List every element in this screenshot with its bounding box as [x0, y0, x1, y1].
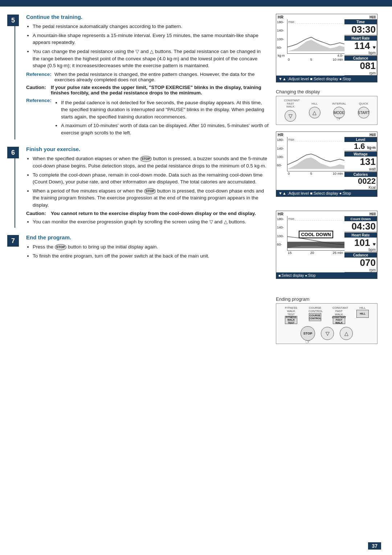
right-spacer-2 [276, 285, 381, 296]
monitor-inner-3: HR 180- 140- 100- 60- max [276, 211, 377, 272]
y-axis-hr-1: 180- 140- 100- 60- [276, 19, 287, 54]
graph-svg-2: max [287, 137, 344, 171]
right-spacer [276, 203, 381, 211]
finger-icon-mode: ☞ [336, 115, 342, 122]
ending-program-label: Ending program [276, 296, 381, 302]
caution-1: Caution: If your pulse rate exceeds the … [26, 85, 269, 96]
content-wrapper: 5 Continue the training. The pedal resis… [0, 7, 392, 369]
up-tri-ending[interactable]: △ [340, 327, 353, 340]
cadance-unit-3: rpm [344, 268, 377, 272]
stats-col-3: Hill Count Down 04:30 Heart Rate 101 ♥ b… [344, 211, 377, 272]
fitness-btn-icon[interactable]: FITNESSWALK TEST [285, 316, 297, 324]
section-5-content: Continue the training. The pedal resista… [26, 14, 269, 139]
wattage-box: Wattage 131 watt [344, 151, 377, 171]
monitor-top-bar-2: HR [276, 132, 344, 137]
section-6-content: Finish your exercise. When the specified… [26, 146, 269, 228]
section-6-bullet-2: To complete the cool-down phase, remain … [33, 171, 269, 186]
wattage-value: 131 [344, 157, 377, 167]
ref-sub-bullet-2: A maximum of 10-minutes' worth of data c… [61, 122, 269, 136]
cadance-value-3: 070 [344, 258, 377, 268]
mode-label-2: Hill [344, 132, 377, 137]
changing-display-label: Changing the display [276, 89, 381, 94]
svg-marker-1 [287, 40, 344, 51]
left-column: 5 Continue the training. The pedal resis… [7, 14, 269, 351]
section-7-number: 7 [7, 235, 19, 247]
monitor-display-2: HR 180- 140- 100- 60- max [276, 131, 377, 197]
cadance-box: Cadance 081 rpm [344, 56, 377, 76]
monitor-left-1: HR 180- 140- 100- 60- [276, 14, 344, 76]
level-value: 1.6 kg·m [344, 142, 377, 151]
section-7-bullet-1: Press the STOP button to bring up the in… [33, 243, 269, 251]
monitor-inner-2: HR 180- 140- 100- 60- max [276, 132, 377, 190]
count-down-box: Count Down 04:30 [344, 216, 377, 232]
course-ctrl-btn: COURSECONTROL COURSECONTROL [309, 307, 322, 324]
calories-label: Calories [344, 172, 377, 177]
mode-btn: INTERVAL MODE ☞ [332, 102, 346, 119]
section-5-number: 5 [7, 15, 19, 26]
page-footer: 37 [368, 542, 381, 550]
hill-btn-icon[interactable]: HILL [356, 310, 369, 318]
count-down-value: 04:30 [344, 221, 377, 232]
svg-marker-3 [287, 158, 344, 169]
heart-rate-box-3: Heart Rate 101 ♥ bpm [344, 232, 377, 252]
top-bar [0, 0, 392, 7]
section-6-bullet-3: When a period of five minutes elapses or… [33, 187, 269, 209]
stop-icon-2: STOP [144, 188, 156, 194]
hr-label-1: HR [278, 15, 283, 19]
panel-1-container: HR 180- 140- 100- 60- [276, 14, 381, 82]
heart-rate-unit: bpm [344, 51, 377, 55]
section-5-bullet-2: A mountain-like shape represents a 15-mi… [33, 32, 269, 46]
section-5-block: 5 Continue the training. The pedal resis… [7, 14, 269, 139]
calories-box: Calories 0022 Kcal [344, 172, 377, 190]
monitor-controls-1: ▼▲ :Adjust level ■:Select display ●:Stop [276, 76, 377, 82]
hr-label-2: HR [278, 133, 283, 137]
monitor-display-3: HR 180- 140- 100- 60- max [276, 211, 377, 279]
section-7-content: End the program. Press the STOP button t… [26, 234, 269, 262]
down-triangle-icon[interactable]: ▽ [285, 110, 296, 122]
up-triangle-icon[interactable]: △ [309, 107, 320, 118]
main-two-col: 5 Continue the training. The pedal resis… [7, 14, 381, 351]
ending-top-row: FITNESSWALK TEST FITNESSWALK TEST COURSE… [279, 307, 374, 324]
x-axis-1: 0 5 10 min [276, 57, 344, 62]
monitor-display-1: HR 180- 140- 100- 60- [276, 14, 377, 82]
mode-label-1: Hill [344, 14, 377, 19]
down-tri-ending[interactable]: ▽ [321, 327, 334, 340]
panel-3-container: HR 180- 140- 100- 60- max [276, 211, 381, 279]
time-value: 03:30 [344, 24, 377, 35]
time-box: Time 03:30 [344, 19, 377, 35]
ending-bottom-row: STOP ☞ ▽ △ [279, 326, 374, 341]
y-axis-hr-2: 180- 140- 100- 60- [276, 137, 287, 171]
section-6-number: 6 [7, 147, 19, 158]
heart-rate-value-3: 101 ♥ [344, 238, 377, 248]
start-btn: QUICK START [358, 102, 369, 119]
section-5-bullet-1: The pedal resistance automatically chang… [33, 23, 269, 30]
right-column: HR 180- 140- 100- 60- [276, 14, 381, 351]
stats-col-1: Hill Time 03:30 Heart Rate 114 ♥ bpm [344, 14, 377, 76]
max-label-1: max [288, 20, 294, 24]
section-7-bullet-2: To finish the entire program, turn off t… [33, 252, 269, 260]
ref-sub-bullet-1: If the pedal cadence is not detected for… [61, 99, 269, 121]
constant-btn-icon[interactable]: CONSTANTFAST WALK [333, 316, 345, 324]
course-ctrl-btn-icon[interactable]: COURSECONTROL [309, 313, 321, 321]
section-5-bullet-3: You can change the pedal resistance usin… [33, 48, 269, 69]
start-icon[interactable]: START [358, 107, 369, 118]
monitor-left-2: HR 180- 140- 100- 60- max [276, 132, 344, 190]
up-triangle-btn: HILL △ [309, 102, 320, 119]
ending-program-container: Ending program FITNESSWALK TEST FITNESSW… [276, 296, 381, 344]
stop-icon-3: STOP [55, 244, 66, 250]
caution-2: Caution: You cannot return to the exerci… [26, 211, 269, 216]
monitor-left-3: HR 180- 140- 100- 60- max [276, 211, 344, 272]
graph-line-2 [287, 137, 344, 171]
section-6-bullets: When the specified duration elapses or w… [26, 155, 269, 208]
panel-2-container: HR 180- 140- 100- 60- max [276, 131, 381, 197]
x-axis-3: 15 20 25 min [276, 251, 344, 255]
graph-svg-3: max [287, 216, 344, 251]
reference-2: Reference: If the pedal cadence is not d… [26, 98, 269, 138]
hr-label-3: HR [278, 212, 283, 216]
wattage-unit: watt [344, 167, 377, 171]
fitness-btn: FITNESSWALK TEST FITNESSWALK TEST [285, 307, 298, 324]
heart-rate-unit-3: bpm [344, 248, 377, 252]
graph-area-3: 180- 140- 100- 60- max [276, 216, 344, 251]
section-6-bullet-1: When the specified duration elapses or w… [33, 155, 269, 169]
monitor-top-bar-1: HR [276, 14, 344, 19]
